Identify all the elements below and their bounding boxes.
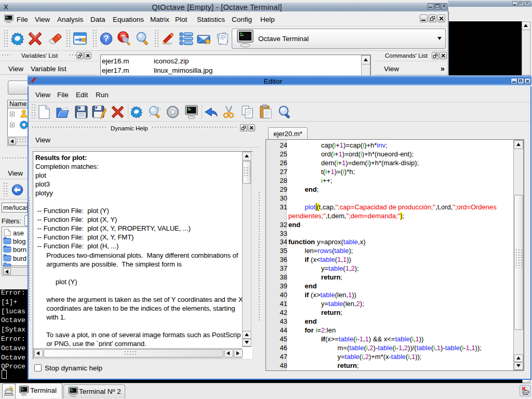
svg-text:?: ? xyxy=(104,34,109,43)
